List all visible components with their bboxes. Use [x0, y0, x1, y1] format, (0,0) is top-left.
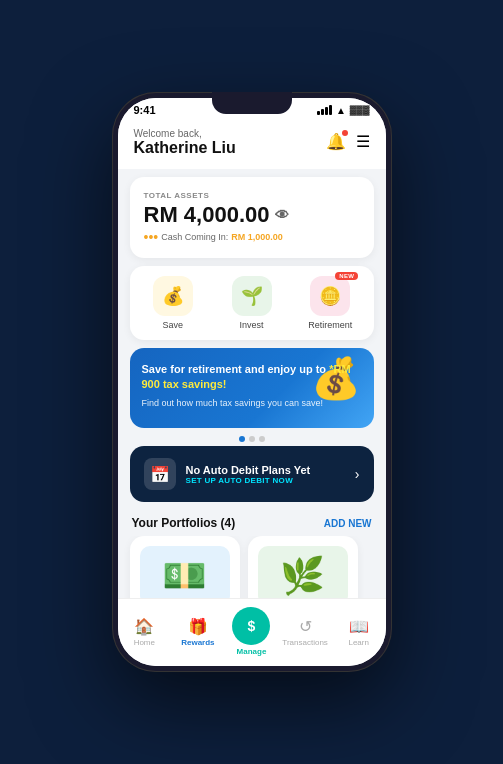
- cash-dots: •••: [144, 230, 159, 244]
- dot-2: [249, 436, 255, 442]
- nav-transactions[interactable]: ↺ Transactions: [278, 617, 332, 647]
- assets-value: RM 4,000.00: [144, 202, 270, 228]
- user-greeting: Welcome back, Katherine Liu: [134, 128, 236, 157]
- manage-active-bg: $: [232, 607, 270, 645]
- action-invest[interactable]: 🌱 Invest: [212, 276, 291, 330]
- nav-learn[interactable]: 📖 Learn: [332, 617, 386, 647]
- rewards-icon: 🎁: [188, 617, 208, 636]
- manage-icon: $: [248, 618, 256, 634]
- notch: [212, 92, 292, 114]
- menu-icon[interactable]: ☰: [356, 132, 370, 151]
- portfolio-row: 💵 Versa Cash-i 🌿 Versa Cash: [118, 536, 386, 598]
- cash-coming-amount: RM 1,000.00: [231, 232, 283, 242]
- new-badge: NEW: [335, 272, 358, 280]
- cash-coming-label: Cash Coming In:: [161, 232, 228, 242]
- manage-label: Manage: [237, 647, 267, 656]
- phone-frame: 9:41 ▲ ▓▓▓ Welcome back, Katherine Liu: [112, 92, 392, 672]
- eye-icon[interactable]: 👁: [275, 207, 289, 223]
- assets-amount: RM 4,000.00 👁: [144, 202, 360, 228]
- bottom-nav: 🏠 Home 🎁 Rewards $ Manage ↺ Transactions…: [118, 598, 386, 666]
- header: Welcome back, Katherine Liu 🔔 ☰: [118, 120, 386, 169]
- save-icon-bg: 💰: [153, 276, 193, 316]
- status-time: 9:41: [134, 104, 156, 116]
- save-icon: 💰: [162, 285, 184, 307]
- home-icon: 🏠: [134, 617, 154, 636]
- assets-card: TOTAL ASSETS RM 4,000.00 👁 ••• Cash Comi…: [130, 177, 374, 258]
- add-new-button[interactable]: ADD NEW: [324, 518, 372, 529]
- banner-title: Save for retirement and enjoy up to *RM …: [142, 362, 362, 393]
- portfolio-card-1[interactable]: 💵 Versa Cash-i: [130, 536, 240, 598]
- action-save[interactable]: 💰 Save: [134, 276, 213, 330]
- quick-actions: 💰 Save 🌱 Invest 🪙 NEW Retirement: [130, 266, 374, 340]
- header-icons: 🔔 ☰: [326, 132, 370, 151]
- retirement-label: Retirement: [308, 320, 352, 330]
- nav-rewards[interactable]: 🎁 Rewards: [171, 617, 225, 647]
- portfolio-illustration-2: 🌿: [258, 546, 348, 598]
- battery-icon: ▓▓▓: [350, 105, 370, 115]
- retirement-icon: 🪙: [319, 285, 341, 307]
- bell-icon[interactable]: 🔔: [326, 132, 346, 151]
- promo-banner[interactable]: Save for retirement and enjoy up to *RM …: [130, 348, 374, 428]
- dot-3: [259, 436, 265, 442]
- status-icons: ▲ ▓▓▓: [317, 105, 370, 116]
- portfolios-section-header: Your Portfolios (4) ADD NEW: [118, 510, 386, 536]
- nav-home[interactable]: 🏠 Home: [118, 617, 172, 647]
- wifi-icon: ▲: [336, 105, 346, 116]
- phone-screen: 9:41 ▲ ▓▓▓ Welcome back, Katherine Liu: [118, 98, 386, 666]
- portfolios-title: Your Portfolios (4): [132, 516, 236, 530]
- assets-label: TOTAL ASSETS: [144, 191, 360, 200]
- nav-manage[interactable]: $ Manage: [225, 607, 279, 656]
- portfolio-icon-2: 🌿: [280, 555, 325, 597]
- banner-dots: [118, 436, 386, 442]
- portfolio-icon-1: 💵: [162, 555, 207, 597]
- save-label: Save: [163, 320, 184, 330]
- transactions-icon: ↺: [299, 617, 312, 636]
- auto-debit-subtitle: SET UP AUTO DEBIT NOW: [186, 476, 311, 485]
- banner-subtitle: Find out how much tax savings you can sa…: [142, 397, 362, 410]
- invest-label: Invest: [240, 320, 264, 330]
- retirement-icon-bg: 🪙 NEW: [310, 276, 350, 316]
- auto-debit-left: 📅 No Auto Debit Plans Yet SET UP AUTO DE…: [144, 458, 311, 490]
- invest-icon-bg: 🌱: [232, 276, 272, 316]
- banner-text: Save for retirement and enjoy up to *RM …: [142, 362, 362, 409]
- portfolio-illustration-1: 💵: [140, 546, 230, 598]
- auto-debit-icon: 📅: [144, 458, 176, 490]
- signal-icon: [317, 105, 332, 115]
- user-name: Katherine Liu: [134, 139, 236, 157]
- invest-icon: 🌱: [241, 285, 263, 307]
- action-retirement[interactable]: 🪙 NEW Retirement: [291, 276, 370, 330]
- learn-label: Learn: [348, 638, 368, 647]
- learn-icon: 📖: [349, 617, 369, 636]
- rewards-label: Rewards: [181, 638, 214, 647]
- auto-debit-info: No Auto Debit Plans Yet SET UP AUTO DEBI…: [186, 464, 311, 485]
- main-content: TOTAL ASSETS RM 4,000.00 👁 ••• Cash Comi…: [118, 169, 386, 598]
- auto-debit-card[interactable]: 📅 No Auto Debit Plans Yet SET UP AUTO DE…: [130, 446, 374, 502]
- cash-coming: ••• Cash Coming In: RM 1,000.00: [144, 230, 360, 244]
- dot-1: [239, 436, 245, 442]
- auto-debit-title: No Auto Debit Plans Yet: [186, 464, 311, 476]
- portfolio-card-2[interactable]: 🌿 Versa Cash: [248, 536, 358, 598]
- banner-highlight: *RM 900 tax savings!: [142, 363, 351, 390]
- transactions-label: Transactions: [282, 638, 328, 647]
- auto-debit-arrow: ›: [355, 466, 360, 482]
- welcome-text: Welcome back,: [134, 128, 236, 139]
- home-label: Home: [134, 638, 155, 647]
